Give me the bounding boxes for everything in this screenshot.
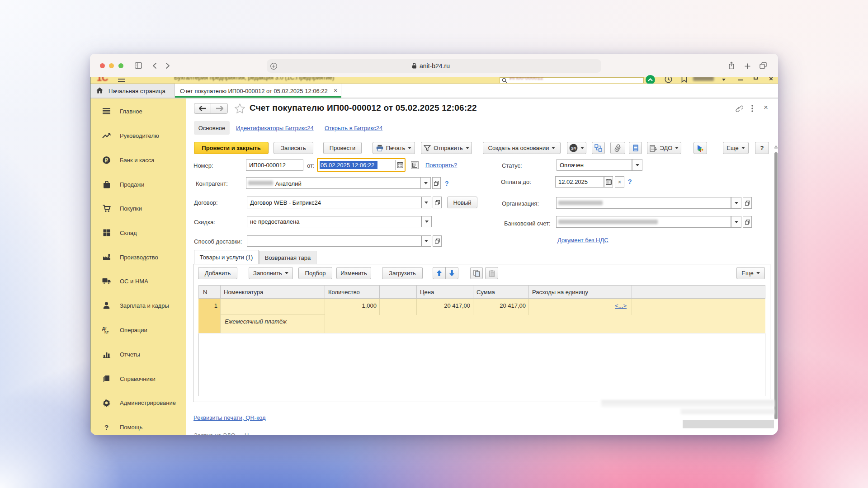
svg-text:24: 24 xyxy=(571,145,576,150)
svg-text:₽: ₽ xyxy=(105,157,108,163)
svg-text:Кт: Кт xyxy=(104,330,108,334)
